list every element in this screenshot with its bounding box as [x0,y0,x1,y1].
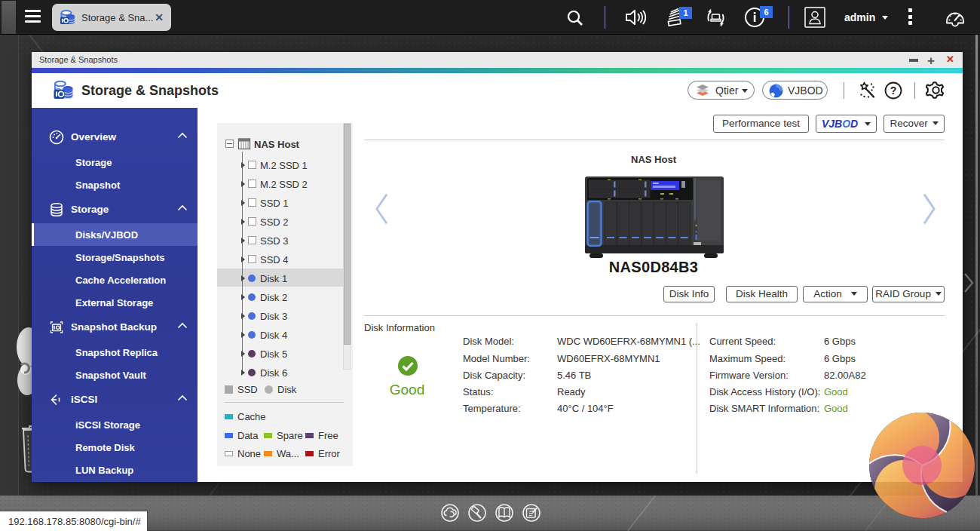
svg-text:?: ? [890,84,897,97]
